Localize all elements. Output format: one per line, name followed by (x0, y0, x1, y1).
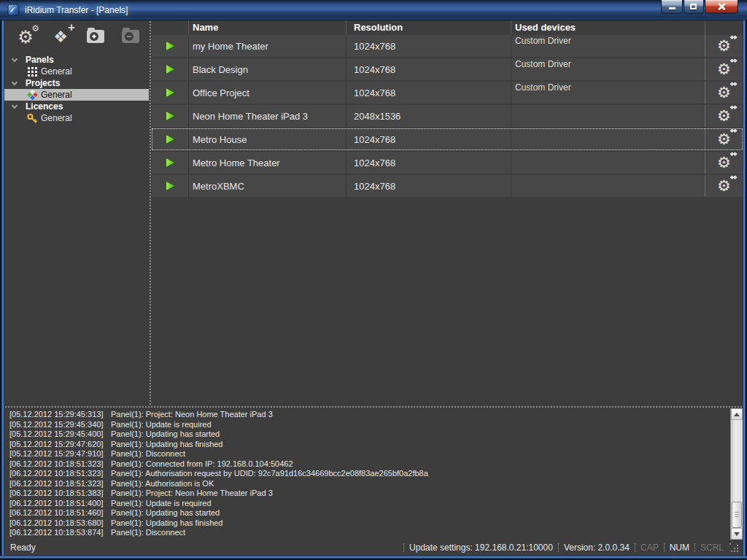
row-settings-gear-icon[interactable]: ⚙ ◆◆ (715, 130, 734, 149)
status-right: Update settings: 192.168.0.21:10000 Vers… (398, 540, 743, 555)
log-timestamp: [06.12.2012 10:18:51:460] (4, 508, 105, 518)
row-settings-gear-icon[interactable]: ⚙ ◆◆ (715, 83, 734, 102)
scroll-up-button[interactable] (731, 408, 743, 420)
actions-cell: ⚙ ◆◆ (705, 152, 743, 174)
column-header-resolution[interactable]: Resolution (346, 20, 511, 35)
log-timestamp: [05.12.2012 15:29:45:313] (4, 410, 105, 420)
log-timestamp: [06.12.2012 10:18:51:323] (4, 459, 105, 470)
log-timestamp: [05.12.2012 15:29:45:340] (4, 420, 105, 430)
log-timestamp: [06.12.2012 10:18:53:680] (4, 518, 105, 529)
toolbar-install-project-button[interactable] (85, 26, 107, 48)
actions-cell: ⚙ ◆◆ (705, 35, 743, 57)
play-icon[interactable] (164, 87, 177, 98)
log-timestamp: [05.12.2012 15:29:45:400] (4, 429, 105, 440)
log-entry: [06.12.2012 10:18:51:460] Panel(1): Upda… (4, 508, 730, 518)
table-row[interactable]: my Home Theater 747x560 Custom Driver ⚙… (152, 35, 743, 57)
table-body: my Home Theater 747x560 Custom Driver ⚙… (152, 35, 743, 197)
play-icon[interactable] (164, 157, 177, 168)
panel-name: my Home Theater (188, 35, 346, 57)
row-settings-gear-icon[interactable]: ⚙ ◆◆ (715, 36, 734, 55)
tree-node-panels[interactable]: Panels (4, 54, 149, 66)
log-scrollbar[interactable] (730, 408, 743, 540)
table-row[interactable]: MetroXBMC 747x560 ⚙ ◆◆ (152, 175, 743, 197)
log-entry: [06.12.2012 10:18:51:323] Panel(1): Auth… (4, 469, 730, 479)
close-button[interactable] (705, 0, 738, 14)
diamonds-icon (27, 90, 38, 101)
minimize-icon (669, 7, 676, 9)
titlebar[interactable]: iRidium Transfer - [Panels] (0, 0, 747, 20)
window-frame-left (0, 20, 4, 560)
log-entry: [05.12.2012 15:29:45:340] Panel(1): Upda… (4, 420, 730, 430)
actions-cell: ⚙ ◆◆ (705, 128, 743, 150)
tree-item-panels-general[interactable]: General (4, 66, 149, 77)
update-settings-text: Update settings: 192.168.0.21:10000 (409, 542, 553, 553)
log-timestamp: [06.12.2012 10:18:51:323] (4, 469, 105, 479)
row-settings-gear-icon[interactable]: ⚙ ◆◆ (715, 60, 734, 79)
actions-cell: ⚙ ◆◆ (705, 105, 743, 127)
panel-resolution: 747x560 (346, 175, 511, 197)
log-message: Panel(1): Updating has started (105, 429, 220, 440)
toolbar-add-panel-button[interactable]: ❖ + (50, 26, 71, 48)
log-timestamp: [06.12.2012 10:18:53:874] (4, 528, 105, 538)
log-message: Panel(1): Disconnect (105, 449, 185, 459)
table-row[interactable]: Neon Home Theater iPad 3 2048x1536 ⚙ ◆◆ (152, 105, 743, 127)
resize-grip[interactable] (729, 543, 741, 555)
column-header-name[interactable]: Name (188, 20, 346, 35)
table-row[interactable]: Black Design 747x560 Custom Driver ⚙ ◆◆ (152, 58, 743, 80)
column-header-used-devices[interactable]: Used devices (511, 20, 705, 35)
log-message: Panel(1): Update is required (105, 499, 212, 509)
arrow-down-icon (734, 532, 740, 536)
tree-item-licences-general[interactable]: General (4, 112, 149, 124)
play-cell (152, 58, 188, 80)
panel-resolution: 747x560 (346, 58, 511, 80)
scroll-down-button[interactable] (731, 528, 743, 540)
folder-plus-icon (85, 26, 106, 45)
chevron-down-icon (12, 102, 18, 108)
log-message: Panel(1): Update is required (105, 420, 212, 430)
panel-used-devices: Custom Driver (511, 82, 705, 104)
row-settings-gear-icon[interactable]: ⚙ ◆◆ (715, 106, 734, 125)
play-icon[interactable] (164, 180, 177, 192)
play-icon[interactable] (164, 133, 177, 145)
sidebar: ⚙ ⚙ ❖ + (4, 20, 149, 405)
column-header-actions[interactable] (705, 20, 743, 35)
log-message: Panel(1): Disconnect (105, 528, 185, 538)
row-settings-gear-icon[interactable]: ⚙ ◆◆ (715, 153, 734, 172)
status-message: Ready (4, 542, 398, 553)
actions-cell: ⚙ ◆◆ (705, 58, 743, 80)
scrollbar-thumb[interactable] (732, 502, 742, 528)
log-timestamp: [06.12.2012 10:18:51:400] (4, 499, 105, 509)
row-settings-gear-icon[interactable]: ⚙ ◆◆ (715, 176, 734, 195)
minimize-button[interactable] (661, 0, 683, 14)
panel-used-devices: Custom Driver (511, 35, 705, 57)
panel-used-devices: Custom Driver (511, 58, 705, 80)
log-timestamp: [06.12.2012 10:18:51:323] (4, 479, 105, 489)
play-icon[interactable] (164, 110, 177, 122)
panel-resolution: 747x560 (346, 35, 511, 57)
restore-icon (690, 4, 697, 9)
log-lines: [05.12.2012 15:29:45:313] Panel(1): Proj… (4, 410, 730, 540)
log-entry: [06.12.2012 10:18:53:874] Panel(1): Disc… (4, 528, 730, 538)
table-row[interactable]: Metro House 747x560 ⚙ ◆◆ (152, 128, 743, 150)
play-icon[interactable] (164, 63, 177, 75)
toolbar-settings-button[interactable]: ⚙ ⚙ (15, 26, 36, 48)
panel-name: Metro Home Theater (188, 152, 346, 174)
chevron-down-icon (12, 79, 18, 85)
toolbar-remove-project-button[interactable] (120, 26, 142, 48)
log-entry: [05.12.2012 15:29:45:313] Panel(1): Proj… (4, 410, 730, 420)
log-timestamp: [05.12.2012 15:29:47:620] (4, 440, 105, 450)
tree-node-licences[interactable]: Licences (4, 101, 149, 112)
panel-used-devices (511, 152, 705, 174)
column-header-play[interactable] (152, 20, 188, 35)
play-icon[interactable] (164, 40, 177, 52)
small-gear-icon: ⚙ (31, 24, 39, 33)
restore-button[interactable] (684, 0, 704, 14)
table-row[interactable]: Office Project 747x560 Custom Driver ⚙ … (152, 82, 743, 104)
chevron-down-icon (12, 55, 18, 61)
grid-icon (27, 66, 38, 77)
tree-item-projects-general[interactable]: General (4, 89, 149, 101)
table-row[interactable]: Metro Home Theater 747x560 ⚙ ◆◆ (152, 152, 743, 174)
window-frame-right (743, 20, 747, 560)
tree-node-projects[interactable]: Projects (4, 77, 149, 89)
panel-name: Metro House (188, 128, 346, 150)
